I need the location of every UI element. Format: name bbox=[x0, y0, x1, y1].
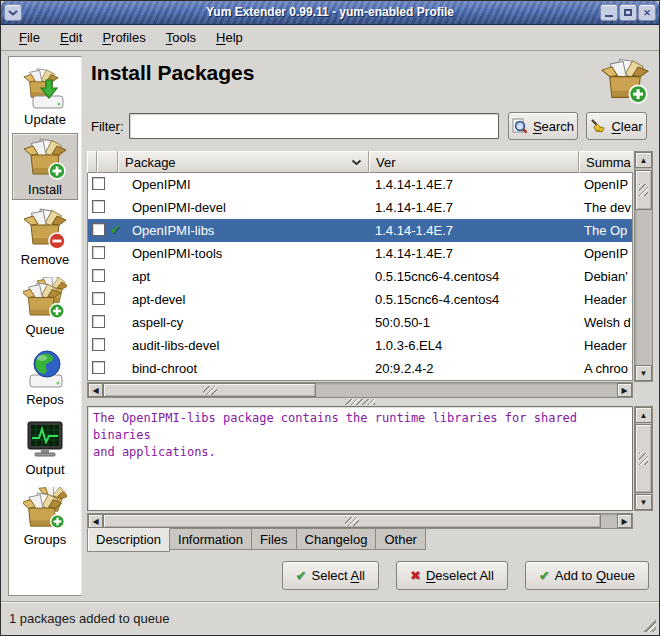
row-checkbox[interactable] bbox=[92, 269, 105, 282]
scroll-left-button[interactable]: ◀ bbox=[88, 383, 103, 397]
search-button[interactable]: Search bbox=[508, 112, 578, 140]
sidebar-item-update[interactable]: Update bbox=[12, 63, 78, 130]
add-to-queue-label: Add to Queue bbox=[555, 568, 635, 583]
arrow-right-icon: ▶ bbox=[621, 386, 627, 395]
maximize-button[interactable] bbox=[619, 4, 637, 21]
deselect-all-button[interactable]: ✖ Deselect All bbox=[396, 561, 508, 590]
row-checkbox[interactable] bbox=[92, 177, 105, 190]
row-checkbox[interactable] bbox=[92, 246, 105, 259]
clear-button[interactable]: Clear bbox=[586, 112, 647, 140]
table-row[interactable]: apt 0.5.15cnc6-4.centos4 Debian' bbox=[88, 265, 632, 288]
scroll-up-button[interactable]: ▲ bbox=[635, 407, 652, 423]
table-row[interactable]: OpenIPMI 1.4.14-1.4E.7 OpenIP bbox=[88, 173, 632, 196]
select-all-label: Select All bbox=[312, 568, 365, 583]
table-vertical-scrollbar[interactable]: ▲ ▼ bbox=[634, 151, 653, 382]
cell-package: OpenIPMI-libs bbox=[132, 223, 362, 238]
select-all-button[interactable]: ✔ Select All bbox=[282, 561, 379, 590]
queued-check-icon: ✔ bbox=[110, 222, 125, 237]
notebook-tabs: Description Information Files Changelog … bbox=[87, 528, 426, 552]
row-checkbox[interactable] bbox=[92, 200, 105, 213]
sidebar-item-remove[interactable]: Remove bbox=[12, 203, 78, 270]
close-button[interactable]: ✕ bbox=[638, 4, 656, 21]
sidebar-item-queue[interactable]: Queue bbox=[12, 273, 78, 340]
cell-ver: 1.4.14-1.4E.7 bbox=[375, 246, 575, 261]
scroll-up-button[interactable]: ▲ bbox=[635, 152, 652, 168]
cell-ver: 0.5.15cnc6-4.centos4 bbox=[375, 292, 575, 307]
add-to-queue-button[interactable]: ✔ Add to Queue bbox=[525, 561, 649, 590]
table-header: Package Ver Summa bbox=[87, 151, 633, 173]
row-checkbox[interactable] bbox=[92, 315, 105, 328]
table-row[interactable]: audit-libs-devel 1.0.3-6.EL4 Header bbox=[88, 334, 632, 357]
table-row[interactable]: OpenIPMI-devel 1.4.14-1.4E.7 The dev bbox=[88, 196, 632, 219]
cell-ver: 1.0.3-6.EL4 bbox=[375, 338, 575, 353]
scroll-down-button[interactable]: ▼ bbox=[635, 494, 652, 510]
tab-changelog[interactable]: Changelog bbox=[297, 528, 377, 550]
clear-button-label: Clear bbox=[611, 119, 642, 134]
sidebar-item-label: Output bbox=[25, 462, 64, 477]
scrollbar-thumb[interactable] bbox=[103, 383, 316, 397]
menu-profiles[interactable]: Profiles bbox=[92, 27, 155, 48]
cell-package: OpenIPMI-devel bbox=[132, 200, 362, 215]
filter-input[interactable] bbox=[129, 113, 499, 139]
table-horizontal-scrollbar[interactable]: ◀ ▶ bbox=[87, 382, 633, 398]
tab-information[interactable]: Information bbox=[170, 528, 252, 550]
arrow-left-icon: ◀ bbox=[92, 386, 98, 395]
sidebar: Update Install Remove Queue bbox=[8, 56, 82, 596]
menu-file[interactable]: File bbox=[9, 27, 50, 48]
scroll-right-button[interactable]: ▶ bbox=[617, 514, 632, 528]
table-row-selected[interactable]: ✔ OpenIPMI-libs 1.4.14-1.4E.7 The Op bbox=[88, 219, 632, 242]
column-header-status[interactable] bbox=[97, 151, 118, 173]
menu-tools[interactable]: Tools bbox=[156, 27, 206, 48]
status-message: 1 packages added to queue bbox=[9, 611, 169, 626]
row-checkbox[interactable] bbox=[92, 361, 105, 374]
scrollbar-thumb[interactable] bbox=[635, 170, 652, 210]
sidebar-item-install[interactable]: Install bbox=[12, 133, 78, 200]
column-header-blank[interactable] bbox=[87, 151, 97, 173]
menubar: File Edit Profiles Tools Help bbox=[1, 25, 659, 51]
cell-package: OpenIPMI-tools bbox=[132, 246, 362, 261]
minimize-button[interactable] bbox=[600, 4, 618, 21]
description-horizontal-scrollbar[interactable]: ◀ ▶ bbox=[87, 513, 633, 529]
tab-description[interactable]: Description bbox=[87, 528, 170, 552]
sidebar-item-label: Repos bbox=[26, 392, 64, 407]
scroll-left-button[interactable]: ◀ bbox=[88, 514, 103, 528]
search-icon bbox=[512, 118, 528, 134]
pane-resize-handle[interactable] bbox=[87, 399, 633, 405]
cell-ver: 20:9.2.4-2 bbox=[375, 361, 575, 376]
table-row[interactable]: OpenIPMI-tools 1.4.14-1.4E.7 OpenIP bbox=[88, 242, 632, 265]
column-header-ver[interactable]: Ver bbox=[369, 151, 579, 173]
menu-edit[interactable]: Edit bbox=[50, 27, 92, 48]
remove-icon bbox=[23, 207, 67, 251]
table-row[interactable]: bind-chroot 20:9.2.4-2 A chroo bbox=[88, 357, 632, 380]
column-header-summary[interactable]: Summa bbox=[579, 151, 633, 173]
table-row[interactable]: aspell-cy 50:0.50-1 Welsh d bbox=[88, 311, 632, 334]
sidebar-item-repos[interactable]: Repos bbox=[12, 343, 78, 410]
arrow-left-icon: ◀ bbox=[92, 517, 98, 526]
row-checkbox[interactable] bbox=[92, 292, 105, 305]
description-vertical-scrollbar[interactable]: ▲ ▼ bbox=[634, 406, 653, 511]
package-table: OpenIPMI 1.4.14-1.4E.7 OpenIP OpenIPMI-d… bbox=[87, 173, 633, 381]
scroll-down-button[interactable]: ▼ bbox=[635, 365, 652, 381]
queue-icon bbox=[23, 277, 67, 321]
thumb-grip bbox=[639, 453, 648, 465]
row-checkbox[interactable] bbox=[92, 338, 105, 351]
tab-other[interactable]: Other bbox=[376, 528, 426, 550]
scrollbar-thumb[interactable] bbox=[635, 424, 652, 493]
sidebar-item-output[interactable]: Output bbox=[12, 413, 78, 480]
tab-files[interactable]: Files bbox=[252, 528, 296, 550]
thumb-grip bbox=[639, 184, 648, 196]
window-title: Yum Extender 0.99.11 - yum-enabled Profi… bbox=[1, 5, 659, 19]
output-icon bbox=[23, 417, 67, 461]
sidebar-item-label: Install bbox=[28, 182, 62, 197]
scrollbar-thumb[interactable] bbox=[103, 514, 601, 528]
titlebar[interactable]: Yum Extender 0.99.11 - yum-enabled Profi… bbox=[1, 1, 659, 25]
cell-summary: A chroo bbox=[584, 361, 632, 376]
menu-help[interactable]: Help bbox=[206, 27, 253, 48]
sidebar-item-groups[interactable]: Groups bbox=[12, 483, 78, 550]
row-checkbox[interactable] bbox=[92, 223, 105, 236]
column-header-package[interactable]: Package bbox=[118, 151, 369, 173]
description-textview[interactable]: The OpenIPMI-libs package contains the r… bbox=[87, 406, 633, 511]
scroll-right-button[interactable]: ▶ bbox=[617, 383, 632, 397]
resize-grip[interactable] bbox=[642, 618, 656, 632]
table-row[interactable]: apt-devel 0.5.15cnc6-4.centos4 Header bbox=[88, 288, 632, 311]
